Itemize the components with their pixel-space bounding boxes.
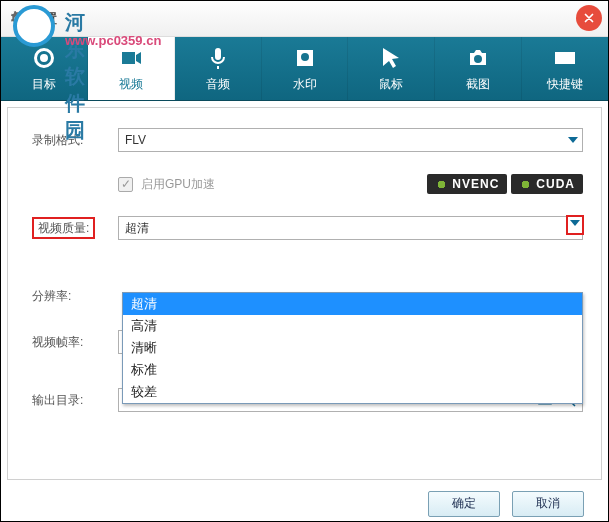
nvenc-badge: NVENC [427,174,507,194]
cursor-icon [378,45,404,71]
gpu-label: 启用GPU加速 [141,176,215,193]
ok-button[interactable]: 确定 [428,491,500,517]
microphone-icon [205,45,231,71]
video-icon [118,45,144,71]
tab-label: 目标 [32,76,56,93]
target-icon [31,45,57,71]
quality-option[interactable]: 高清 [123,315,582,337]
tab-label: 视频 [119,76,143,93]
tab-label: 快捷键 [547,76,583,93]
footer: 确定 取消 [7,479,602,522]
quality-option[interactable]: 标准 [123,359,582,381]
tab-screenshot[interactable]: 截图 [435,37,522,100]
tab-target[interactable]: 目标 [1,37,88,100]
tab-mouse[interactable]: 鼠标 [348,37,435,100]
quality-combo[interactable]: 超清 [118,216,583,240]
tab-hotkey[interactable]: 快捷键 [522,37,608,100]
nvidia-icon [435,178,448,191]
row-quality: 视频质量: 超清 [26,216,583,240]
format-label: 录制格式: [26,132,118,149]
check-icon: ✓ [121,177,131,191]
tab-bar: 目标 视频 音频 水印 鼠标 截图 快捷键 [1,37,608,101]
output-label: 输出目录: [26,392,118,409]
row-format: 录制格式: FLV [26,128,583,152]
highlight-quality-label: 视频质量: [32,217,95,239]
format-combo[interactable]: FLV [118,128,583,152]
cuda-badge: CUDA [511,174,583,194]
format-value: FLV [125,133,146,147]
camera-icon [465,45,491,71]
tab-watermark[interactable]: 水印 [262,37,349,100]
quality-dropdown[interactable]: 超清 高清 清晰 标准 较差 [122,292,583,404]
content-panel: 录制格式: FLV ✓ 启用GPU加速 NVENC CUDA 视频质量: 超清 [7,107,602,479]
chevron-down-icon [570,220,580,226]
fps-label: 视频帧率: [26,334,118,351]
chevron-down-icon [568,137,578,143]
tab-label: 音频 [206,76,230,93]
quality-label: 视频质量: [38,221,89,235]
gpu-checkbox[interactable]: ✓ [118,177,133,192]
titlebar: 设置 [1,1,608,37]
tab-label: 水印 [293,76,317,93]
quality-option[interactable]: 较差 [123,381,582,403]
quality-option[interactable]: 超清 [123,293,582,315]
gear-icon [9,11,25,27]
tab-label: 截图 [466,76,490,93]
window-title: 设置 [31,10,57,28]
quality-option[interactable]: 清晰 [123,337,582,359]
nvidia-icon [519,178,532,191]
tab-label: 鼠标 [379,76,403,93]
keyboard-icon [552,45,578,71]
cancel-button[interactable]: 取消 [512,491,584,517]
highlight-quality-arrow [566,215,584,235]
row-gpu: ✓ 启用GPU加速 NVENC CUDA [26,174,583,194]
watermark-icon [292,45,318,71]
tab-video[interactable]: 视频 [88,37,175,100]
tab-audio[interactable]: 音频 [175,37,262,100]
close-button[interactable] [576,5,602,31]
resolution-label: 分辨率: [26,288,118,305]
quality-value: 超清 [125,220,149,237]
